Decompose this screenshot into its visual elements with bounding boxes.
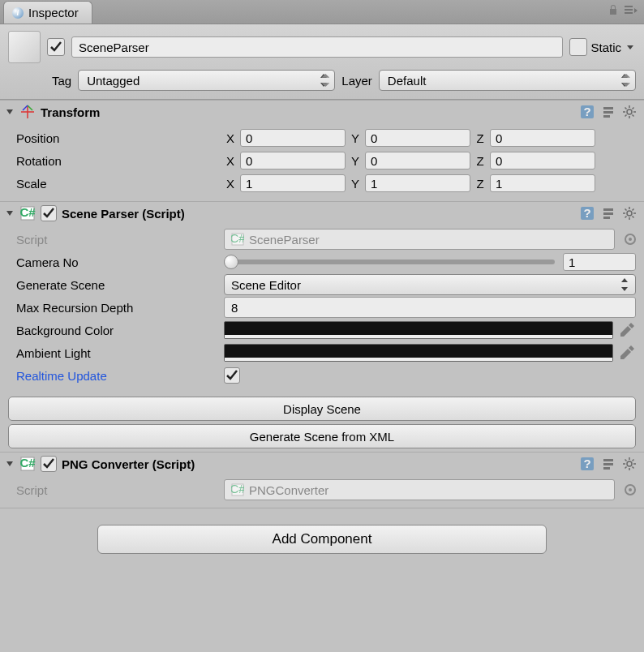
context-menu-icon[interactable] [625, 6, 638, 14]
svg-point-7 [627, 211, 632, 216]
camera-no-label: Camera No [16, 255, 219, 269]
foldout-icon [5, 459, 15, 469]
camera-no-slider[interactable] [224, 260, 555, 264]
tag-select[interactable]: Untagged [78, 70, 335, 91]
png-converter-component: C# PNG Converter (Script) ? Script C# PN… [0, 452, 644, 508]
generate-scene-select[interactable]: Scene Editor [224, 274, 636, 295]
tab-title: Inspector [28, 6, 79, 19]
display-scene-button[interactable]: Display Scene [8, 397, 636, 421]
gear-icon[interactable] [621, 205, 638, 221]
generate-scene-label: Generate Scene [16, 278, 219, 292]
realtime-update-label: Realtime Update [16, 369, 219, 383]
help-icon[interactable]: ? [579, 205, 595, 221]
svg-text:C#: C# [19, 456, 36, 470]
position-label: Position [16, 131, 219, 145]
rotation-x-input[interactable] [240, 152, 346, 169]
static-label: Static [590, 41, 621, 54]
active-checkbox[interactable] [47, 38, 65, 56]
gameobject-name-input[interactable] [71, 36, 563, 58]
add-component-area: Add Component [0, 508, 644, 570]
png-converter-header[interactable]: C# PNG Converter (Script) ? [0, 453, 644, 475]
scale-x-input[interactable] [240, 174, 346, 192]
tag-value: Untagged [87, 74, 140, 88]
foldout-icon [5, 208, 15, 218]
camera-no-value[interactable]: 1 [563, 253, 636, 271]
svg-point-2 [627, 109, 632, 114]
csharp-file-icon: C# [231, 483, 244, 496]
rotation-label: Rotation [16, 154, 219, 168]
scene-parser-enabled-checkbox[interactable] [41, 205, 57, 221]
position-x-input[interactable] [240, 129, 346, 147]
csharp-script-icon: C# [19, 456, 36, 472]
gear-icon[interactable] [621, 104, 638, 120]
gear-icon[interactable] [621, 456, 638, 472]
transform-header[interactable]: Transform ? [0, 101, 644, 123]
svg-text:?: ? [583, 105, 590, 118]
script-value: PNGConverter [249, 483, 328, 497]
tab-tools [608, 4, 638, 15]
object-picker-icon[interactable] [625, 234, 636, 245]
ambient-light-swatch[interactable] [224, 344, 613, 362]
static-dropdown-icon[interactable] [625, 41, 636, 53]
scene-parser-component: C# Scene Parser (Script) ? Script C# Sce… [0, 201, 644, 448]
scale-label: Scale [16, 177, 219, 191]
scene-parser-header[interactable]: C# Scene Parser (Script) ? [0, 202, 644, 225]
help-icon[interactable]: ? [579, 104, 595, 120]
help-icon[interactable]: ? [579, 456, 595, 472]
preset-icon[interactable] [600, 456, 616, 472]
background-color-swatch[interactable] [224, 321, 613, 339]
static-checkbox[interactable] [569, 38, 587, 56]
position-y-input[interactable] [365, 129, 470, 147]
svg-text:?: ? [583, 457, 590, 470]
layer-select[interactable]: Default [379, 70, 636, 91]
csharp-script-icon: C# [19, 205, 36, 221]
lock-icon[interactable] [608, 4, 618, 15]
ambient-light-label: Ambient Light [16, 346, 219, 360]
foldout-icon [5, 107, 15, 117]
layer-label: Layer [341, 74, 372, 88]
png-converter-title: PNG Converter (Script) [62, 457, 574, 471]
script-field: C# SceneParser [224, 229, 615, 250]
svg-text:?: ? [583, 206, 590, 220]
gameobject-icon[interactable] [8, 31, 41, 63]
position-z-input[interactable] [490, 129, 595, 147]
max-recursion-input[interactable] [224, 297, 636, 318]
svg-text:C#: C# [231, 483, 244, 495]
script-value: SceneParser [249, 233, 320, 247]
svg-point-14 [627, 461, 632, 466]
preset-icon[interactable] [600, 104, 616, 120]
script-label: Script [16, 483, 219, 497]
rotation-y-input[interactable] [365, 152, 470, 169]
script-field: C# PNGConverter [224, 479, 615, 500]
object-picker-icon[interactable] [625, 484, 636, 495]
scene-parser-title: Scene Parser (Script) [62, 207, 574, 221]
script-label: Script [16, 233, 219, 247]
layer-value: Default [388, 74, 427, 88]
csharp-file-icon: C# [231, 233, 244, 246]
tab-bar: i Inspector [0, 0, 644, 24]
scale-z-input[interactable] [490, 174, 595, 192]
generate-scene-xml-button[interactable]: Generate Scene from XML [8, 424, 636, 448]
transform-icon [19, 104, 36, 120]
realtime-update-checkbox[interactable] [224, 367, 240, 384]
transform-component: Transform ? Position X Y Z Rotation X Y … [0, 100, 644, 201]
scale-y-input[interactable] [365, 174, 470, 192]
eyedropper-icon[interactable] [618, 321, 636, 339]
background-color-label: Background Color [16, 324, 219, 337]
max-recursion-label: Max Recursion Depth [16, 301, 219, 315]
svg-text:C#: C# [19, 205, 36, 219]
inspector-tab[interactable]: i Inspector [3, 1, 92, 24]
png-converter-enabled-checkbox[interactable] [41, 456, 57, 472]
rotation-z-input[interactable] [490, 152, 595, 169]
info-icon: i [12, 7, 24, 19]
eyedropper-icon[interactable] [618, 344, 636, 362]
svg-text:C#: C# [231, 233, 244, 245]
gameobject-header: Static Tag Untagged Layer Default [0, 24, 644, 100]
transform-title: Transform [41, 105, 574, 119]
tag-label: Tag [52, 74, 71, 88]
add-component-button[interactable]: Add Component [97, 525, 547, 554]
preset-icon[interactable] [600, 205, 616, 221]
